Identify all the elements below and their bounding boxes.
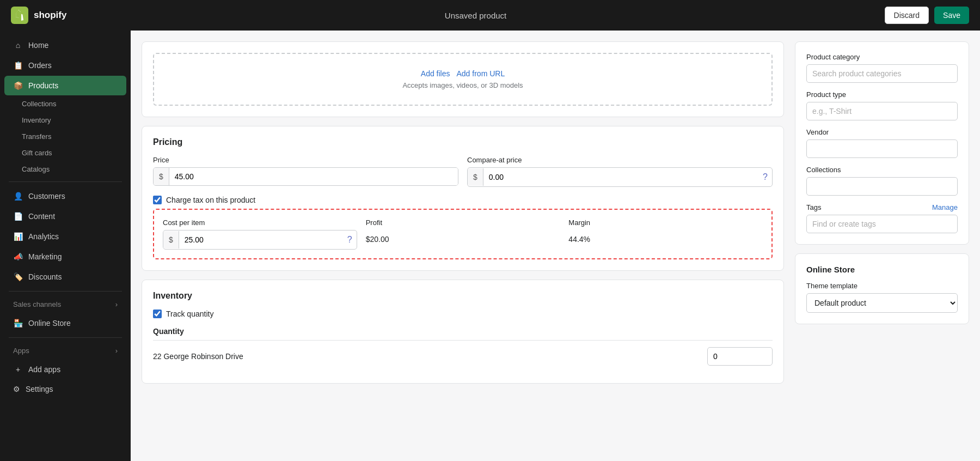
sidebar-item-add-apps[interactable]: + Add apps [4,360,126,379]
logo-area: shopify [11,7,66,24]
track-quantity-checkbox[interactable] [153,310,162,318]
sidebar-item-products[interactable]: 📦 Products [4,76,126,95]
logo-text: shopify [34,10,66,21]
sidebar-item-home[interactable]: ⌂ Home [4,35,126,55]
cost-question-icon[interactable]: ? [343,230,357,249]
sidebar-item-label: Analytics [28,232,59,241]
sidebar-item-label: Discounts [28,272,62,281]
quantity-row: 22 George Robinson Drive [153,340,773,372]
track-quantity-row: Track quantity [153,310,773,318]
location-name: 22 George Robinson Drive [153,352,243,361]
theme-template-label: Theme template [806,282,958,290]
sidebar-item-label: Customers [28,192,65,201]
tags-input[interactable] [806,215,958,233]
cost-per-item-field: Cost per item $ ? [163,219,357,250]
sidebar-item-discounts[interactable]: 🏷️ Discounts [4,267,126,287]
sales-channels-section[interactable]: Sales channels › [4,296,126,313]
sidebar-item-marketing[interactable]: 📣 Marketing [4,247,126,266]
sidebar-sub-catalogs[interactable]: Catalogs [15,161,126,177]
margin-field: Margin 44.4% [568,219,763,248]
sidebar-divider [9,181,122,182]
product-category-label: Product category [806,53,958,61]
quantity-section: Quantity 22 George Robinson Drive [153,327,773,372]
profit-label: Profit [366,219,560,227]
discard-button[interactable]: Discard [885,7,929,24]
product-type-label: Product type [806,90,958,99]
vendor-input[interactable] [806,139,958,158]
charge-tax-checkbox[interactable] [153,196,162,204]
apps-label: Apps [13,347,29,355]
compare-price-field: Compare-at price $ ? [467,156,773,187]
theme-template-select[interactable]: Default product [806,293,958,313]
profit-value: $20.00 [366,230,560,248]
sidebar-item-content[interactable]: 📄 Content [4,207,126,226]
add-from-url-link[interactable]: Add from URL [457,69,505,78]
product-category-input[interactable] [806,64,958,83]
orders-icon: 📋 [13,60,23,70]
cost-section: Cost per item $ ? Profit $20.00 [153,209,773,259]
sidebar-item-settings[interactable]: ⚙ Settings [4,380,126,398]
sidebar: ⌂ Home 📋 Orders 📦 Products Collections I… [0,31,131,461]
tags-manage-link[interactable]: Manage [932,203,958,211]
sidebar-item-analytics[interactable]: 📊 Analytics [4,227,126,246]
sales-channels-label: Sales channels [13,300,61,308]
vendor-label: Vendor [806,128,958,136]
main-layout: ⌂ Home 📋 Orders 📦 Products Collections I… [0,31,980,461]
sidebar-item-online-store[interactable]: 🏪 Online Store [4,313,126,333]
quantity-heading: Quantity [153,327,773,336]
chevron-right-icon-2: › [115,347,118,355]
sidebar-sub-collections[interactable]: Collections [15,96,126,112]
sidebar-item-label: Add apps [28,365,60,374]
left-column: Add files Add from URL Accepts images, v… [142,41,784,450]
sidebar-sub-transfers[interactable]: Transfers [15,129,126,144]
home-icon: ⌂ [13,40,23,50]
collections-input[interactable] [806,177,958,196]
online-store-icon: 🏪 [13,318,23,328]
products-icon: 📦 [13,81,23,90]
question-icon[interactable]: ? [758,168,772,186]
main-content: Add files Add from URL Accepts images, v… [131,31,980,461]
media-card: Add files Add from URL Accepts images, v… [142,41,784,117]
pricing-row: Price $ Compare-at price $ ? [153,156,773,187]
pricing-title: Pricing [153,137,773,147]
sidebar-sub-inventory[interactable]: Inventory [15,112,126,128]
add-apps-icon: + [13,365,23,374]
settings-icon: ⚙ [13,385,20,393]
sidebar-item-orders[interactable]: 📋 Orders [4,56,126,75]
analytics-icon: 📊 [13,232,23,241]
tags-label: Tags [806,203,821,211]
cost-per-item-label: Cost per item [163,219,357,227]
add-files-link[interactable]: Add files [421,69,450,78]
tags-header: Tags Manage [806,203,958,211]
product-org-card: Product category Product type Vendor Col… [795,41,969,245]
inventory-title: Inventory [153,291,773,301]
topbar: shopify Unsaved product Discard Save [0,0,980,31]
track-quantity-label[interactable]: Track quantity [166,310,213,318]
product-type-input[interactable] [806,102,958,120]
sidebar-item-label: Orders [28,61,52,70]
margin-label: Margin [568,219,763,227]
price-label: Price [153,156,458,164]
save-button[interactable]: Save [934,7,969,24]
sidebar-item-label: Home [28,41,48,50]
charge-tax-label[interactable]: Charge tax on this product [166,196,255,204]
right-column: Product category Product type Vendor Col… [795,41,969,450]
customers-icon: 👤 [13,191,23,201]
quantity-input[interactable] [707,347,773,366]
sidebar-item-label: Products [28,81,58,90]
cost-currency: $ [163,231,179,248]
price-input[interactable] [169,168,458,185]
charge-tax-row: Charge tax on this product [153,196,773,204]
compare-price-input[interactable] [483,168,758,186]
cost-per-item-input[interactable] [179,231,343,248]
upload-area: Add files Add from URL Accepts images, v… [153,53,773,106]
chevron-right-icon: › [115,300,118,308]
discounts-icon: 🏷️ [13,272,23,282]
profit-field: Profit $20.00 [366,219,560,248]
sidebar-item-customers[interactable]: 👤 Customers [4,186,126,206]
apps-section[interactable]: Apps › [4,342,126,359]
margin-value: 44.4% [568,230,763,248]
marketing-icon: 📣 [13,252,23,262]
sidebar-sub-gift-cards[interactable]: Gift cards [15,145,126,161]
cost-input-wrapper: $ ? [163,230,357,250]
